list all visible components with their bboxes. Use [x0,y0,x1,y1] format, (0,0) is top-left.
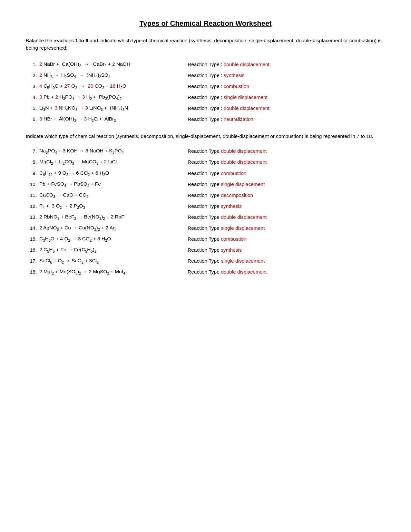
reaction-num: 3. [26,81,38,92]
table-row: 9. C6H12 + 9 O2 → 6 CO2 + 6 H2O Reaction… [26,168,385,179]
reaction-num: 8. [26,157,38,168]
reaction-equation: MgCl2 + Li2CO3 → MgCO3 + 2 LiCl [38,157,186,168]
reaction-equation: 2 C5H5 + Fe → Fe(C5H5)2 [38,245,186,256]
table-row: 17. SeCl6 + O2 → SeO2 + 3Cl2 Reaction Ty… [26,256,385,266]
reaction-equation: 2 NH3 + H2SO4 → (NH4)2SO4 [38,70,186,81]
reaction-type: Reaction Type single displacement [186,179,385,190]
reaction-equation: C3H6O + 4 O2 → 3 CO2 + 3 H2O [38,234,186,245]
reaction-num: 4. [26,92,38,103]
reaction-type: Reaction Type double displacement [186,212,385,223]
reaction-num: 14. [26,223,38,234]
reaction-num: 10. [26,179,38,190]
reaction-equation: P4 + 3 O2 → 2 P2O3 [38,201,186,212]
reaction-type: Reaction Type : neutralization [186,114,385,125]
reactions-table-part2: 7. Na3PO4 + 3 KOH → 3 NaOH + K3PO4 React… [26,146,385,277]
reaction-num: 7. [26,146,38,157]
table-row: 18. 2 MgI2 + Mn(SO3)2 → 2 MgSO3 + MnI4 R… [26,266,385,277]
table-row: 11. CaCO3 → CaO + CO2 Reaction Type deco… [26,190,385,201]
table-row: 1. 2 NaBr + Ca(OH)2 → CaBr2 + 2 NaOH Rea… [26,59,385,70]
reaction-type: Reaction Type : double displacement [186,59,385,70]
reaction-type: Reaction Type : single displacement [186,92,385,103]
page-title: Types of Chemical Reaction Worksheet [26,19,385,28]
table-row: 3. 4 C5H9O + 27 O2 → 20 CO2 + 18 H2O Rea… [26,81,385,92]
table-row: 5. Li3N + 3 NH4NO3 → 3 LiNO3 + (NH4)3N R… [26,103,385,114]
reaction-num: 6. [26,114,38,125]
reaction-type: Reaction Type : double displacement [186,103,385,114]
reaction-equation: 2 NaBr + Ca(OH)2 → CaBr2 + 2 NaOH [38,59,186,70]
reaction-num: 2. [26,70,38,81]
reaction-type: Reaction Type : synthesis [186,70,385,81]
reaction-type: Reaction Type decomposition [186,190,385,201]
reaction-type: Reaction Type double displacement [186,157,385,168]
reaction-num: 12. [26,201,38,212]
reaction-num: 9. [26,168,38,179]
table-row: 2. 2 NH3 + H2SO4 → (NH4)2SO4 Reaction Ty… [26,70,385,81]
reaction-type: Reaction Type : combustion [186,81,385,92]
reaction-equation: SeCl6 + O2 → SeO2 + 3Cl2 [38,256,186,266]
table-row: 16. 2 C5H5 + Fe → Fe(C5H5)2 Reaction Typ… [26,245,385,256]
reaction-equation: 2 AgNO3 + Cu → Cu(NO3)2 + 2 Ag [38,223,186,234]
reaction-type: Reaction Type synthesis [186,245,385,256]
table-row: 15. C3H6O + 4 O2 → 3 CO2 + 3 H2O Reactio… [26,234,385,245]
reaction-equation: 4 C5H9O + 27 O2 → 20 CO2 + 18 H2O [38,81,186,92]
reaction-num: 18. [26,266,38,277]
reaction-num: 5. [26,103,38,114]
table-row: 6. 3 HBr + Al(OH)3 → 3 H2O + AlBr3 React… [26,114,385,125]
table-row: 4. 3 Pb + 2 H3PO4 → 3 H2 + Pb3(PO4)2 Rea… [26,92,385,103]
reaction-type: Reaction Type single displacement [186,223,385,234]
table-row: 10. Pb + FeSO4 → PbSO4 + Fe Reaction Typ… [26,179,385,190]
table-row: 8. MgCl2 + Li2CO3 → MgCO3 + 2 LiCl React… [26,157,385,168]
intro-paragraph-2: Indicate which type of chemical reaction… [26,132,385,140]
reaction-equation: C6H12 + 9 O2 → 6 CO2 + 6 H2O [38,168,186,179]
reaction-equation: 3 HBr + Al(OH)3 → 3 H2O + AlBr3 [38,114,186,125]
reaction-num: 1. [26,59,38,70]
table-row: 14. 2 AgNO3 + Cu → Cu(NO3)2 + 2 Ag React… [26,223,385,234]
reaction-type: Reaction Type double displacement [186,146,385,157]
reaction-equation: Pb + FeSO4 → PbSO4 + Fe [38,179,186,190]
reaction-equation: 2 RbNO3 + BeF2 → Be(NO3)2 + 2 RbF [38,212,186,223]
table-row: 13. 2 RbNO3 + BeF2 → Be(NO3)2 + 2 RbF Re… [26,212,385,223]
reaction-num: 11. [26,190,38,201]
reaction-equation: CaCO3 → CaO + CO2 [38,190,186,201]
reaction-type: Reaction Type combustion [186,234,385,245]
reaction-num: 16. [26,245,38,256]
reaction-equation: 3 Pb + 2 H3PO4 → 3 H2 + Pb3(PO4)2 [38,92,186,103]
reaction-num: 15. [26,234,38,245]
reaction-type: Reaction Type single displacement [186,256,385,266]
reaction-equation: Li3N + 3 NH4NO3 → 3 LiNO3 + (NH4)3N [38,103,186,114]
table-row: 7. Na3PO4 + 3 KOH → 3 NaOH + K3PO4 React… [26,146,385,157]
intro-paragraph-1: Balance the reactions 1 to 6 and indicat… [26,37,385,52]
reaction-num: 17. [26,256,38,266]
reaction-num: 13. [26,212,38,223]
reactions-table-part1: 1. 2 NaBr + Ca(OH)2 → CaBr2 + 2 NaOH Rea… [26,59,385,125]
reaction-equation: Na3PO4 + 3 KOH → 3 NaOH + K3PO4 [38,146,186,157]
reaction-type: Reaction Type combustion [186,168,385,179]
table-row: 12. P4 + 3 O2 → 2 P2O3 Reaction Type syn… [26,201,385,212]
reaction-type: Reaction Type synthesis [186,201,385,212]
reaction-type: Reaction Type double displacement [186,266,385,277]
reaction-equation: 2 MgI2 + Mn(SO3)2 → 2 MgSO3 + MnI4 [38,266,186,277]
